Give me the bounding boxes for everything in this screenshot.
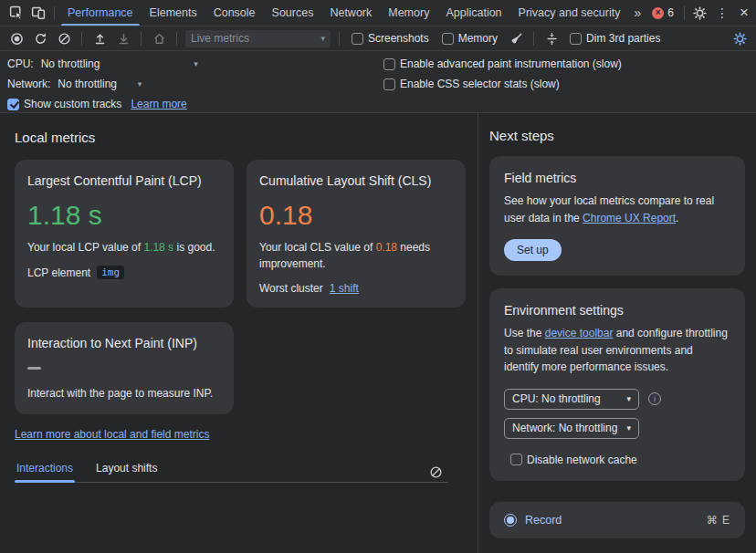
cls-cluster-row: Worst cluster 1 shift [259, 282, 453, 295]
chrome-ux-report-link[interactable]: Chrome UX Report [583, 212, 676, 224]
environment-selects: CPU: No throttling ▾ i Network: No throt… [504, 389, 730, 439]
chevron-down-icon: ▾ [626, 423, 631, 433]
record-and-reload-icon[interactable] [29, 27, 51, 49]
network-label: Network: [7, 78, 50, 90]
cpu-throttling-select[interactable]: No throttling ▾ [41, 57, 198, 70]
panel-tabs: Performance Elements Console Sources Net… [59, 0, 628, 26]
device-toolbar-icon[interactable] [27, 2, 49, 24]
css-selector-stats-checkbox[interactable]: Enable CSS selector stats (slow) [383, 78, 560, 90]
local-metrics-pane: Local metrics Largest Contentful Paint (… [0, 113, 478, 553]
subtab-interactions[interactable]: Interactions [15, 462, 75, 483]
error-count-badge[interactable]: × 6 [652, 6, 674, 19]
lcp-element-row: LCP element img [27, 266, 221, 279]
checkbox-box [510, 454, 522, 465]
divider [81, 32, 82, 46]
error-count: 6 [667, 6, 674, 19]
lcp-description: Your local LCP value of 1.18 s is good. [27, 239, 221, 256]
inp-card: Interaction to Next Paint (INP) Interact… [15, 322, 234, 414]
tab-network[interactable]: Network [321, 0, 380, 26]
tab-performance[interactable]: Performance [59, 0, 142, 26]
network-throttling-select[interactable]: No throttling ▾ [58, 78, 142, 90]
environment-settings-body: Use the device toolbar and configure thr… [504, 325, 730, 376]
lcp-element-label: LCP element [27, 266, 90, 279]
field-metrics-body: See how your local metrics compare to re… [504, 193, 730, 226]
clear-log-icon[interactable] [425, 461, 446, 483]
landing-content: Local metrics Largest Contentful Paint (… [0, 113, 756, 553]
live-metrics-select[interactable]: Live metrics ▾ [185, 30, 331, 47]
environment-settings-card: Environment settings Use the device tool… [489, 288, 745, 481]
divider [176, 32, 177, 46]
worst-cluster-link[interactable]: 1 shift [330, 282, 359, 295]
perf-settings-gear-icon[interactable] [729, 27, 751, 49]
inp-empty-value-dash [27, 367, 41, 370]
home-icon[interactable] [148, 27, 170, 49]
set-up-button[interactable]: Set up [504, 239, 562, 261]
download-profile-icon[interactable] [112, 27, 134, 49]
divider [684, 6, 685, 20]
performance-toolbar: Live metrics ▾ Screenshots Memory [0, 26, 756, 51]
tab-application[interactable]: Application [437, 0, 509, 26]
lcp-title: Largest Contentful Paint (LCP) [27, 172, 221, 191]
environment-settings-title: Environment settings [504, 303, 730, 318]
tab-privacy-and-security[interactable]: Privacy and security [510, 0, 629, 26]
memory-checkbox[interactable]: Memory [442, 32, 498, 45]
record-button-card[interactable]: Record ⌘ E [489, 502, 745, 538]
advanced-paint-checkbox[interactable]: Enable advanced paint instrumentation (s… [383, 57, 622, 70]
upload-profile-icon[interactable] [89, 27, 110, 49]
chevron-down-icon: ▾ [194, 59, 198, 68]
screenshots-checkbox[interactable]: Screenshots [352, 32, 429, 45]
divider [339, 32, 340, 46]
lcp-value: 1.18 s [27, 200, 221, 232]
env-cpu-select[interactable]: CPU: No throttling ▾ [504, 389, 639, 410]
next-steps-heading: Next steps [489, 128, 745, 143]
record-label: Record [525, 514, 562, 527]
clear-icon[interactable] [53, 27, 75, 49]
more-options-kebab-icon[interactable]: ⋮ [711, 2, 733, 24]
collapse-icon[interactable] [541, 27, 562, 49]
show-custom-tracks-checkbox[interactable]: Show custom tracks [7, 98, 121, 110]
chevron-down-icon: ▾ [138, 79, 142, 89]
checkbox-box [570, 33, 582, 45]
cls-title: Cumulative Layout Shift (CLS) [259, 172, 453, 191]
device-toolbar-link[interactable]: device toolbar [545, 327, 614, 339]
checkbox-box [442, 33, 454, 45]
field-metrics-card: Field metrics See how your local metrics… [489, 156, 745, 276]
live-metrics-select-value: Live metrics [191, 32, 249, 45]
checkbox-box [383, 78, 395, 90]
tab-memory[interactable]: Memory [380, 0, 437, 26]
metric-cards-row: Largest Contentful Paint (LCP) 1.18 s Yo… [15, 160, 463, 308]
info-icon[interactable]: i [648, 392, 661, 405]
inp-title: Interaction to Next Paint (INP) [27, 335, 221, 353]
dim-3rd-parties-checkbox[interactable]: Dim 3rd parties [570, 32, 660, 45]
divider [54, 6, 55, 20]
checkbox-box-checked [7, 99, 19, 110]
next-steps-pane: Next steps Field metrics See how your lo… [478, 113, 756, 553]
cls-inline-value: 0.18 [376, 241, 397, 254]
inspect-element-icon[interactable] [5, 2, 27, 24]
record-icon[interactable] [5, 27, 27, 49]
tab-console[interactable]: Console [205, 0, 264, 26]
chevron-down-icon: ▾ [320, 34, 325, 43]
subtab-layout-shifts[interactable]: Layout shifts [94, 462, 159, 483]
chevron-down-icon: ▾ [626, 394, 631, 403]
devtools-window: Performance Elements Console Sources Net… [0, 0, 756, 553]
more-tabs-icon[interactable]: » [628, 5, 646, 20]
cls-description: Your local CLS value of 0.18 needs impro… [259, 239, 453, 272]
collect-garbage-icon[interactable] [505, 27, 527, 49]
advanced-settings-column: Enable advanced paint instrumentation (s… [383, 54, 627, 94]
settings-gear-icon[interactable] [689, 2, 711, 24]
lcp-element-chip[interactable]: img [97, 266, 124, 279]
capture-settings-pane: CPU: No throttling ▾ Network: No throttl… [0, 51, 756, 113]
tab-elements[interactable]: Elements [142, 0, 205, 26]
tab-sources[interactable]: Sources [264, 0, 322, 26]
divider [141, 32, 142, 46]
local-field-metrics-link[interactable]: Learn more about local and field metrics [15, 428, 209, 441]
env-network-select[interactable]: Network: No throttling ▾ [504, 418, 639, 439]
close-devtools-icon[interactable]: × [733, 2, 755, 24]
field-metrics-title: Field metrics [504, 171, 730, 185]
cls-card: Cumulative Layout Shift (CLS) 0.18 Your … [247, 160, 466, 308]
checkbox-box [383, 58, 395, 70]
record-icon [504, 514, 517, 527]
learn-more-link[interactable]: Learn more [131, 98, 186, 110]
disable-network-cache-checkbox[interactable]: Disable network cache [510, 454, 725, 466]
